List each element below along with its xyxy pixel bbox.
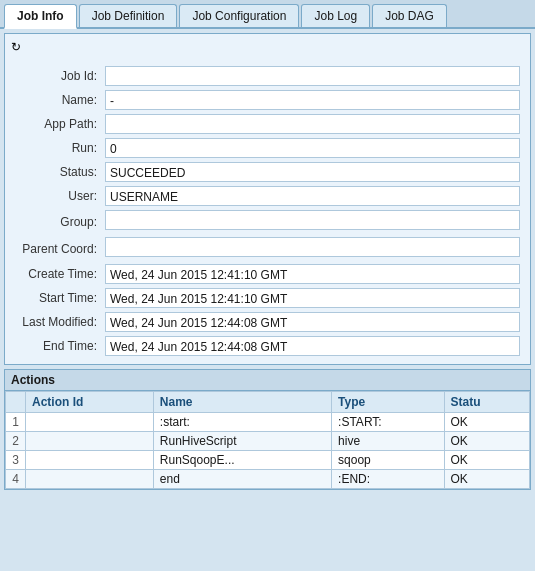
- job-info-panel: ↻ Job Id: Name: - App Path: Run: 0: [4, 33, 531, 365]
- actions-header: Actions: [5, 370, 530, 391]
- start-time-row: Start Time: Wed, 24 Jun 2015 12:41:10 GM…: [11, 286, 524, 310]
- job-id-row: Job Id:: [11, 64, 524, 88]
- row-num: 3: [6, 451, 26, 470]
- end-time-value: Wed, 24 Jun 2015 12:44:08 GMT: [105, 336, 520, 356]
- actions-table-header-row: Action Id Name Type Statu: [6, 392, 530, 413]
- app-path-row: App Path:: [11, 112, 524, 136]
- user-row: User: USERNAME: [11, 184, 524, 208]
- start-time-cell: Wed, 24 Jun 2015 12:41:10 GMT: [101, 286, 524, 310]
- action-name-cell: end: [153, 470, 331, 489]
- action-status-cell: OK: [444, 451, 529, 470]
- action-type-cell: :START:: [332, 413, 444, 432]
- col-status: Statu: [444, 392, 529, 413]
- job-id-label: Job Id:: [11, 64, 101, 88]
- end-time-cell: Wed, 24 Jun 2015 12:44:08 GMT: [101, 334, 524, 358]
- app-path-label: App Path:: [11, 112, 101, 136]
- table-row: 4 end :END: OK: [6, 470, 530, 489]
- action-status-cell: OK: [444, 470, 529, 489]
- run-row: Run: 0: [11, 136, 524, 160]
- table-row: 2 RunHiveScript hive OK: [6, 432, 530, 451]
- refresh-row: ↻: [11, 40, 524, 58]
- group-value: [105, 210, 520, 230]
- action-type-cell: sqoop: [332, 451, 444, 470]
- row-num: 2: [6, 432, 26, 451]
- create-time-label: Create Time:: [11, 262, 101, 286]
- user-value: USERNAME: [105, 186, 520, 206]
- group-row: Group:: [11, 208, 524, 235]
- actions-section: Actions Action Id Name Type Statu 1 :sta…: [4, 369, 531, 490]
- name-row: Name: -: [11, 88, 524, 112]
- action-type-cell: hive: [332, 432, 444, 451]
- run-cell: 0: [101, 136, 524, 160]
- name-label: Name:: [11, 88, 101, 112]
- start-time-label: Start Time:: [11, 286, 101, 310]
- action-type-cell: :END:: [332, 470, 444, 489]
- actions-table: Action Id Name Type Statu 1 :start: :STA…: [5, 391, 530, 489]
- row-num: 1: [6, 413, 26, 432]
- last-modified-value: Wed, 24 Jun 2015 12:44:08 GMT: [105, 312, 520, 332]
- status-label: Status:: [11, 160, 101, 184]
- col-action-id: Action Id: [26, 392, 154, 413]
- action-name-cell: RunSqoopE...: [153, 451, 331, 470]
- job-id-cell: [101, 64, 524, 88]
- name-value: -: [105, 90, 520, 110]
- status-value: SUCCEEDED: [105, 162, 520, 182]
- group-label: Group:: [11, 208, 101, 235]
- last-modified-label: Last Modified:: [11, 310, 101, 334]
- last-modified-row: Last Modified: Wed, 24 Jun 2015 12:44:08…: [11, 310, 524, 334]
- action-id-cell: [26, 470, 154, 489]
- col-num: [6, 392, 26, 413]
- parent-coord-value: [105, 237, 520, 257]
- group-cell: [101, 208, 524, 235]
- action-id-cell: [26, 413, 154, 432]
- col-name: Name: [153, 392, 331, 413]
- create-time-value: Wed, 24 Jun 2015 12:41:10 GMT: [105, 264, 520, 284]
- job-info-form: Job Id: Name: - App Path: Run: 0 Status:: [11, 64, 524, 358]
- tab-job-configuration[interactable]: Job Configuration: [179, 4, 299, 27]
- parent-coord-row: Parent Coord:: [11, 235, 524, 262]
- user-cell: USERNAME: [101, 184, 524, 208]
- status-cell: SUCCEEDED: [101, 160, 524, 184]
- create-time-cell: Wed, 24 Jun 2015 12:41:10 GMT: [101, 262, 524, 286]
- table-row: 1 :start: :START: OK: [6, 413, 530, 432]
- action-name-cell: RunHiveScript: [153, 432, 331, 451]
- name-cell: -: [101, 88, 524, 112]
- start-time-value: Wed, 24 Jun 2015 12:41:10 GMT: [105, 288, 520, 308]
- col-type: Type: [332, 392, 444, 413]
- parent-coord-cell: [101, 235, 524, 262]
- refresh-icon[interactable]: ↻: [11, 40, 29, 58]
- action-id-cell: [26, 432, 154, 451]
- create-time-row: Create Time: Wed, 24 Jun 2015 12:41:10 G…: [11, 262, 524, 286]
- status-row: Status: SUCCEEDED: [11, 160, 524, 184]
- table-row: 3 RunSqoopE... sqoop OK: [6, 451, 530, 470]
- last-modified-cell: Wed, 24 Jun 2015 12:44:08 GMT: [101, 310, 524, 334]
- job-id-input[interactable]: [105, 66, 520, 86]
- tab-bar: Job Info Job Definition Job Configuratio…: [0, 0, 535, 29]
- run-label: Run:: [11, 136, 101, 160]
- action-id-cell: [26, 451, 154, 470]
- parent-coord-label: Parent Coord:: [11, 235, 101, 262]
- row-num: 4: [6, 470, 26, 489]
- tab-job-info[interactable]: Job Info: [4, 4, 77, 29]
- tab-job-log[interactable]: Job Log: [301, 4, 370, 27]
- app-path-cell: [101, 112, 524, 136]
- tab-job-dag[interactable]: Job DAG: [372, 4, 447, 27]
- tab-job-definition[interactable]: Job Definition: [79, 4, 178, 27]
- user-label: User:: [11, 184, 101, 208]
- action-name-cell: :start:: [153, 413, 331, 432]
- end-time-row: End Time: Wed, 24 Jun 2015 12:44:08 GMT: [11, 334, 524, 358]
- action-status-cell: OK: [444, 413, 529, 432]
- app-path-input[interactable]: [105, 114, 520, 134]
- run-value: 0: [105, 138, 520, 158]
- action-status-cell: OK: [444, 432, 529, 451]
- end-time-label: End Time:: [11, 334, 101, 358]
